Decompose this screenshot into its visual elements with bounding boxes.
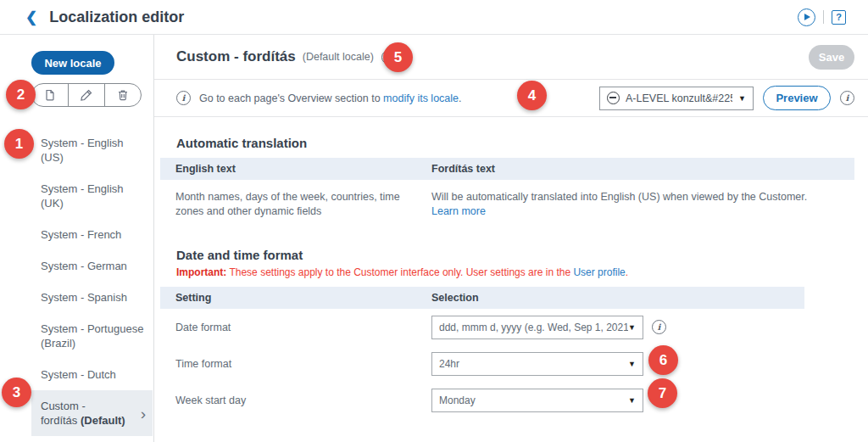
site-logo-icon	[607, 92, 620, 104]
locale-item-spanish[interactable]: System - Spanish	[31, 282, 153, 313]
callout-badge-5: 5	[383, 42, 413, 72]
date-format-label: Date format	[175, 322, 431, 333]
column-header-setting: Setting	[175, 292, 431, 304]
week-start-day-label: Week start day	[175, 394, 431, 406]
locale-item-english-us[interactable]: System - English (US)	[31, 127, 153, 173]
header-divider	[823, 10, 824, 24]
chevron-right-icon: ›	[141, 406, 146, 422]
delete-locale-button[interactable]	[104, 84, 141, 106]
callout-badge-2: 2	[6, 80, 36, 109]
help-icon[interactable]: ?	[832, 10, 846, 25]
edit-locale-button[interactable]	[68, 84, 104, 106]
important-note: Important: These settings apply to the C…	[176, 266, 854, 278]
dropdown-arrow-icon: ▼	[738, 94, 746, 103]
settings-table-header: Setting Selection	[160, 287, 804, 309]
callout-badge-4: 4	[517, 81, 547, 110]
callout-badge-1: 1	[4, 129, 34, 159]
info-icon: i	[176, 91, 191, 105]
section-heading-automatic-translation: Automatic translation	[176, 136, 854, 150]
locale-item-portuguese-brazil[interactable]: System - Portuguese (Brazil)	[31, 313, 153, 359]
locale-item-dutch[interactable]: System - Dutch	[31, 359, 153, 390]
column-header-english-text: English text	[175, 163, 431, 175]
locale-item-custom-selected[interactable]: Custom -fordítás (Default) ›	[31, 390, 153, 436]
locale-title: Custom - fordítás	[176, 48, 296, 65]
user-profile-link[interactable]: User profile	[573, 266, 625, 278]
locale-item-german[interactable]: System - German	[31, 250, 153, 282]
auto-translation-table-header: English text Fordítás text	[160, 158, 854, 180]
dropdown-arrow-icon: ▼	[628, 396, 636, 405]
time-format-label: Time format	[175, 358, 431, 370]
locale-actions-toolbar	[31, 83, 142, 107]
play-video-icon[interactable]	[798, 8, 815, 26]
copy-locale-button[interactable]	[32, 84, 68, 106]
header-actions: ?	[798, 8, 846, 26]
page-title: Localization editor	[49, 8, 184, 26]
locale-title-row: Custom - fordítás (Default locale) i Sav…	[154, 35, 868, 80]
modify-locale-link[interactable]: modify its locale	[383, 92, 459, 104]
week-start-day-dropdown[interactable]: Monday ▼	[431, 389, 643, 412]
new-locale-button[interactable]: New locale	[31, 51, 114, 75]
back-icon[interactable]: ❮	[25, 10, 37, 25]
save-button[interactable]: Save	[809, 45, 854, 70]
play-triangle-icon	[804, 14, 810, 20]
callout-badge-7: 7	[648, 378, 677, 408]
date-time-format-section: Date and time format Important: These se…	[160, 248, 854, 418]
date-format-dropdown[interactable]: ddd, mmm d, yyyy (e.g. Wed, Sep 1, 2021)…	[431, 316, 643, 339]
date-format-row: Date format ddd, mmm d, yyyy (e.g. Wed, …	[160, 309, 804, 345]
time-format-row: Time format 24hr ▼	[160, 345, 804, 382]
week-start-day-row: Week start day Monday ▼	[160, 382, 804, 418]
locale-item-english-uk[interactable]: System - English (UK)	[31, 173, 153, 219]
auto-translation-english-cell: Month names, days of the week, countries…	[175, 190, 431, 219]
preview-controls: A-LEVEL konzult&#225 ... ▼ Preview i	[599, 86, 854, 110]
preview-site-dropdown[interactable]: A-LEVEL konzult&#225 ... ▼	[599, 87, 754, 110]
auto-translation-translation-cell: Will be automatically translated into En…	[431, 190, 854, 219]
auto-translation-row: Month names, days of the week, countries…	[160, 180, 854, 229]
pencil-icon	[80, 88, 93, 102]
locale-item-french[interactable]: System - French	[31, 219, 153, 250]
preview-button[interactable]: Preview	[763, 86, 831, 110]
callout-badge-6: 6	[648, 345, 678, 375]
dropdown-arrow-icon: ▼	[628, 323, 636, 332]
learn-more-link[interactable]: Learn more	[431, 205, 486, 217]
copy-icon	[43, 88, 57, 102]
overview-info-bar: i Go to each page's Overview section to …	[154, 80, 868, 117]
trash-icon	[116, 88, 130, 102]
default-locale-subtitle: (Default locale)	[303, 51, 374, 63]
callout-badge-3: 3	[2, 378, 31, 407]
date-format-info-icon[interactable]: i	[652, 320, 666, 334]
overview-info-text: Go to each page's Overview section to mo…	[199, 92, 462, 104]
localization-editor-app: ❮ Localization editor ? New locale	[0, 0, 868, 442]
time-format-dropdown[interactable]: 24hr ▼	[431, 352, 643, 376]
column-header-selection: Selection	[431, 292, 804, 304]
locale-detail-pane: Custom - fordítás (Default locale) i Sav…	[154, 35, 868, 442]
automatic-translation-section: Automatic translation English text Fordí…	[160, 136, 854, 229]
preview-site-value: A-LEVEL konzult&#225 ...	[626, 92, 732, 104]
column-header-forditas-text: Fordítás text	[431, 163, 854, 175]
selected-locale-label: Custom -fordítás (Default)	[41, 399, 125, 428]
preview-info-icon[interactable]: i	[840, 91, 854, 105]
dropdown-arrow-icon: ▼	[628, 360, 636, 368]
main-layout: New locale	[0, 35, 868, 442]
app-header: ❮ Localization editor ?	[0, 0, 868, 35]
section-heading-date-time-format: Date and time format	[176, 248, 854, 262]
